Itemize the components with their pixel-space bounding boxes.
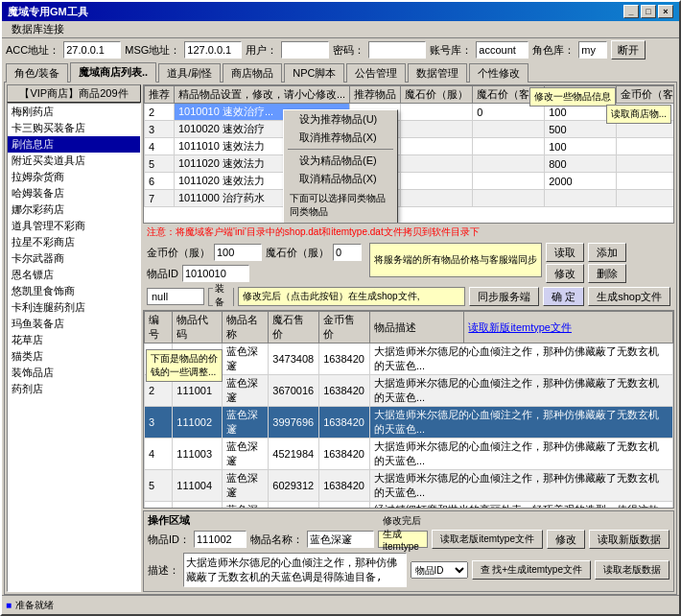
list-item[interactable]: 药剂店 [8,381,140,397]
col-id: 编号 [145,312,173,344]
list-item[interactable]: 卡尔武器商 [8,250,140,267]
vip-header[interactable]: 【VIP商店】商品209件 [7,84,141,103]
list-item[interactable]: 猫类店 [8,348,140,365]
list-item[interactable]: 玛鱼装备店 [8,316,140,332]
operations-area: 操作区域 物品ID： 物品名称： 修改完后生成itemtype文件 读取老版it… [143,510,674,592]
ops-read-new-btn[interactable]: 读取新版数据 [589,530,669,549]
tab-npc-script[interactable]: NPC脚本 [284,63,344,83]
generate-shop-button[interactable]: 生成shop文件 [588,287,670,306]
tab-shop-list[interactable]: 魔域商店列表.. [70,62,156,83]
popup-divider [288,149,393,150]
col-gold-client: 金币价（客） [617,86,674,104]
list-item[interactable]: 恩名镖店 [8,267,140,283]
table-row[interactable]: 6111005蓝色深邃 42598401966100 经过精细打磨和抛光的亮丽外… [145,502,673,509]
list-item[interactable]: 装饰品店 [8,365,140,381]
popup-set-quality[interactable]: 设为精品物品(E) [284,152,397,170]
table-row: 800 [545,155,617,173]
msg-label: MSG地址： [125,43,180,58]
tab-shop-items[interactable]: 商店物品 [223,63,282,83]
tab-personalize[interactable]: 个性修改 [469,63,528,83]
sync-server-button[interactable]: 同步服务端 [469,287,539,306]
minimize-button[interactable]: _ [623,5,639,18]
list-item[interactable]: 哈姆装备店 [8,185,140,201]
read-old-data-btn[interactable]: 读取老版数据 [595,560,669,580]
table-row[interactable]: 3 [145,121,175,138]
user-input[interactable] [281,41,329,59]
popup-cancel-quality[interactable]: 取消精品物品(X) [284,170,397,188]
tab-data-mgmt[interactable]: 数据管理 [408,63,467,83]
msg-input[interactable] [184,41,242,59]
table-row [545,190,617,207]
tooltip-generate-itemtype: 修改完后生成itemtype文件 [378,531,428,548]
confirm-button[interactable]: 确 定 [543,287,584,306]
disconnect-button[interactable]: 断开 [611,40,646,59]
table-row[interactable]: 2111001蓝色深邃 36700161638420 大据造师米尔德尼的心血倾注… [145,375,673,407]
shop-list[interactable]: 梅刚药店 卡三购买装备店 刷信息店 附近买卖道具店 拉姆杂货商 哈姆装备店 娜尔… [7,103,141,592]
col-read-itemtype[interactable]: 读取新版itemtype文件 [464,312,673,344]
ops-read-old-itemtype-btn[interactable]: 读取老版itemtype文件 [432,530,543,549]
db-input[interactable] [476,41,528,59]
delete-button[interactable]: 删除 [588,264,626,283]
title-bar: 魔域专用GM工具 _ □ × [2,2,679,21]
list-item[interactable]: 梅刚药店 [8,104,140,120]
modify-button[interactable]: 修改 [546,264,584,283]
form-section: 金币价（服） 魔石价（服） 物品ID 将服务端的所有物品价格与客 [143,241,674,285]
col-recommend: 推荐 [145,86,175,104]
table-row[interactable]: 2 [145,104,175,121]
title-bar-buttons: _ □ × [623,5,673,18]
table-row [401,121,473,138]
table-row[interactable]: 5111004蓝色深邃 60293121638420 大据造师米尔德尼的心血倾注… [145,470,673,502]
ops-main-row: 物品ID： 物品名称： 修改完后生成itemtype文件 读取老版itemtyp… [148,530,669,549]
maximize-button[interactable]: □ [641,5,656,18]
col-name: 物品名称 [223,312,269,344]
desc-label: 描述： [148,563,179,578]
list-item[interactable]: 附近买卖道具店 [8,153,140,169]
list-item[interactable]: 悠凯里食饰商 [8,283,140,299]
tabs-row: 角色/装备 魔域商店列表.. 道具/刷怪 商店物品 NPC脚本 公告管理 数据管… [2,61,679,82]
role-label: 角色库： [532,43,575,58]
popup-set-recommend[interactable]: 设为推荐物品(U) [284,110,397,129]
pwd-input[interactable] [368,41,426,59]
item-id-label: 物品ID [147,267,178,281]
table-row[interactable]: 3111002蓝色深邃 39976961638420 大据造师米尔德尼的心血倾注… [145,407,673,438]
item-id-select[interactable]: 物品ID [411,561,468,579]
query-generate-btn[interactable]: 查 找+生成itemtype文件 [472,560,591,580]
tab-item-monster[interactable]: 道具/刷怪 [158,63,221,83]
menu-database[interactable]: 数据库连接 [6,21,70,37]
list-item[interactable]: 刷信息店 [8,136,140,153]
desc-textarea[interactable]: 大据造师米尔德尼的心血倾注之作，那种仿佛藏蔽了无数玄机的天蓝色调是得陈迪目备, [183,553,407,587]
col-settings: 精品物品设置，修改，请小心修改... [175,86,350,104]
list-item[interactable]: 拉姆杂货商 [8,169,140,185]
list-item[interactable]: 卡三购买装备店 [8,120,140,136]
table-row[interactable]: 5 [145,155,175,173]
ops-item-id-input[interactable] [194,531,247,548]
table-row[interactable]: 4 [145,138,175,155]
close-button[interactable]: × [658,5,673,18]
menu-bar: 数据库连接 [2,21,679,38]
acc-input[interactable] [63,41,121,59]
table-row[interactable]: 4111003蓝色深邃 45219841638420 大据造师米尔德尼的心血倾注… [145,438,673,470]
list-item[interactable]: 道具管理不彩商 [8,218,140,234]
table-row [617,173,674,190]
list-item[interactable]: 娜尔彩药店 [8,201,140,218]
list-item[interactable]: 花草店 [8,332,140,348]
table-row [401,104,473,121]
list-item[interactable]: 卡利连腿药剂店 [8,299,140,316]
table-row[interactable]: 6 [145,173,175,190]
add-button[interactable]: 添加 [588,243,626,262]
tab-role-equip[interactable]: 角色/装备 [6,63,68,83]
left-panel: 【VIP商店】商品209件 梅刚药店 卡三购买装备店 刷信息店 附近买卖道具店 … [7,84,141,592]
magic-input[interactable] [333,244,362,261]
table-row[interactable]: 7 [145,190,175,207]
popup-cancel-recommend[interactable]: 取消推荐物品(X) [284,129,397,147]
ops-item-name-input[interactable] [307,531,374,548]
read-button[interactable]: 读取 [546,243,584,262]
list-item[interactable]: 拉星不彩商店 [8,234,140,250]
item-id-input[interactable] [182,265,249,282]
gold-input[interactable] [214,244,262,261]
role-input[interactable] [578,41,607,59]
table-row[interactable]: 1111000蓝色深邃 34734081638420 大据造师米尔德尼的心血倾注… [145,344,673,375]
main-window: 魔域专用GM工具 _ □ × 数据库连接 ACC地址： MSG地址： 用户： 密… [0,0,681,616]
ops-modify-btn[interactable]: 修改 [547,530,585,549]
tab-announcement[interactable]: 公告管理 [346,63,406,83]
